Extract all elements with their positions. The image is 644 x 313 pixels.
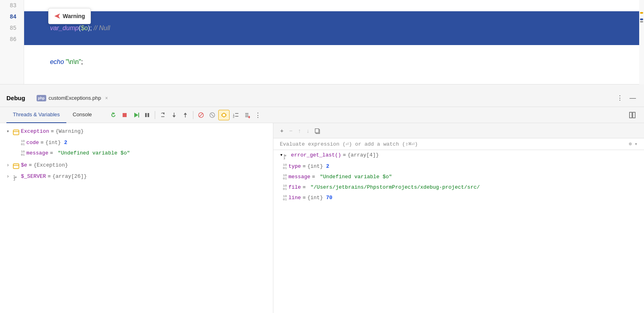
svg-rect-0	[123, 113, 127, 117]
obj-icon-e	[13, 162, 19, 171]
list-item[interactable]: › $e = {Exception}	[0, 160, 273, 171]
list-item[interactable]: ▾ 1001 code = {int} 2	[0, 138, 273, 148]
scroll-indicator-blue	[640, 19, 643, 20]
toolbar-sep-2	[193, 111, 193, 119]
code-line-85: echo "\n\n";	[24, 45, 644, 79]
list-item[interactable]: › 1≡3 $_SERVER = {array[26]}	[0, 171, 273, 183]
var-type-e: {Exception}	[33, 161, 68, 170]
code-editor: 83 84 85 86 ➤ Warning var_dump($o); // N…	[0, 0, 644, 84]
svg-line-12	[199, 113, 203, 117]
warning-tooltip: ➤ Warning	[48, 8, 91, 24]
watch-up-button[interactable]: ↑	[296, 126, 303, 135]
debug-file-tab[interactable]: php customExceptions.php ×	[33, 93, 111, 103]
warning-arrow-icon: ➤	[54, 12, 60, 21]
int-icon-file: 1001	[283, 184, 287, 191]
step-out-button[interactable]	[180, 110, 191, 120]
toggle-exception[interactable]: ▾	[6, 127, 13, 136]
add-watch-list-button[interactable]	[242, 110, 252, 120]
step-into-button[interactable]	[169, 110, 179, 120]
svg-rect-3	[145, 113, 147, 117]
int-icon-line: 1001	[283, 195, 287, 201]
watch-add-button[interactable]: +	[278, 126, 285, 135]
code-line-84: var_dump($o); // Null	[24, 11, 644, 45]
tab-threads-variables[interactable]: Threads & Variables	[6, 107, 66, 123]
svg-rect-28	[13, 130, 19, 135]
debug-tab-close[interactable]: ×	[105, 95, 108, 101]
list-item[interactable]: ▾ Exception = {Warning}	[0, 126, 273, 138]
scrollbar-indicators	[639, 0, 644, 84]
var-name-server: $_SERVER	[21, 172, 46, 181]
var-value-message: "Undefined variable $o"	[55, 149, 130, 158]
list-item[interactable]: ▾ 1001 message = "Undefined variable $o"	[273, 172, 644, 182]
step-over-button[interactable]	[158, 110, 168, 120]
var-name-exception: Exception	[21, 127, 49, 136]
line-num-85: 85	[4, 23, 20, 34]
line-numbers: 83 84 85 86	[0, 0, 24, 84]
debug-more-button[interactable]: ⋮	[253, 110, 263, 120]
watch-name-type: type	[288, 162, 301, 171]
watch-remove-button[interactable]: −	[287, 126, 294, 135]
warning-label: Warning	[63, 13, 85, 19]
debug-tab-label: customExceptions.php	[49, 95, 101, 101]
tab-console[interactable]: Console	[66, 107, 98, 123]
view-breakpoints-button[interactable]	[218, 110, 230, 120]
evaluate-expression-bar[interactable]: Evaluate expression (⏎) or add a watch (…	[273, 138, 644, 150]
pause-button[interactable]	[142, 110, 152, 120]
watch-name-line: line	[288, 194, 301, 202]
var-value-code: 2	[61, 138, 68, 147]
int-icon-type: 1001	[283, 163, 287, 170]
var-name-message: message	[27, 149, 49, 158]
tabs-bar: Threads & Variables Console	[0, 107, 644, 123]
svg-rect-30	[13, 164, 19, 169]
svg-marker-8	[172, 115, 176, 117]
watch-value-type: 2	[323, 162, 329, 171]
debug-panel: Debug php customExceptions.php × ⋮ — Thr…	[0, 89, 644, 313]
numbered-list-button[interactable]: 12	[230, 110, 241, 120]
list-item[interactable]: ▾ 1001 message = "Undefined variable $o"	[0, 148, 273, 159]
watch-value-file: "/Users/jetbrains/PhpstormProjects/xdebu…	[307, 183, 480, 192]
debug-title: Debug	[6, 95, 25, 101]
resume-button[interactable]	[131, 110, 141, 120]
toggle-server[interactable]: ›	[6, 172, 13, 181]
svg-line-14	[211, 114, 213, 116]
watch-copy-button[interactable]	[313, 126, 322, 135]
watch-name-file: file	[288, 183, 301, 192]
svg-rect-36	[315, 129, 319, 133]
code-line-83	[24, 0, 644, 11]
line-num-86: 86	[4, 34, 20, 45]
svg-rect-26	[630, 112, 632, 118]
int-icon-code: 1001	[21, 140, 25, 146]
toggle-error-get-last[interactable]: ▾	[280, 151, 283, 160]
svg-marker-10	[184, 113, 187, 115]
layout-toggle-button[interactable]	[627, 110, 638, 120]
arr-icon-server: 1≡3	[13, 173, 19, 182]
debug-header: Debug php customExceptions.php × ⋮ —	[0, 89, 644, 107]
svg-marker-1	[134, 113, 138, 117]
list-item[interactable]: ▾ 1001 file = "/Users/jetbrains/Phpstorm…	[273, 182, 644, 193]
php-icon: php	[37, 95, 46, 101]
chevron-down-icon: ▾	[634, 141, 638, 147]
more-options-button[interactable]: ⋮	[615, 93, 625, 103]
line-num-83: 83	[4, 0, 20, 11]
svg-text:2: 2	[233, 115, 235, 118]
toolbar-sep-1	[155, 111, 155, 119]
stop-button[interactable]	[119, 110, 130, 120]
layout-toggle-area	[627, 110, 638, 120]
svg-rect-27	[633, 112, 635, 118]
list-item[interactable]: ▾ 1001 type = {int} 2	[273, 161, 644, 172]
rerun-button[interactable]	[108, 110, 119, 120]
clear-button[interactable]	[207, 110, 217, 120]
list-item[interactable]: ▾ 1≡3 error_get_last() = {array[4]}	[273, 150, 644, 161]
watch-down-button[interactable]: ↓	[304, 126, 311, 135]
list-item[interactable]: ▾ 1001 line = {int} 70	[273, 193, 644, 203]
main-content: ▾ Exception = {Warning} ▾ 1001 code = {i…	[0, 123, 644, 313]
header-right: ⋮ —	[615, 93, 638, 103]
svg-rect-2	[138, 113, 139, 117]
mute-breakpoints-button[interactable]	[196, 110, 206, 120]
svg-text:3: 3	[13, 178, 15, 181]
minimize-button[interactable]: —	[628, 94, 638, 103]
var-name-e: $e	[21, 161, 27, 170]
obj-icon-exception	[13, 128, 19, 137]
toggle-e[interactable]: ›	[6, 161, 13, 170]
int-icon-message: 1001	[21, 150, 25, 156]
